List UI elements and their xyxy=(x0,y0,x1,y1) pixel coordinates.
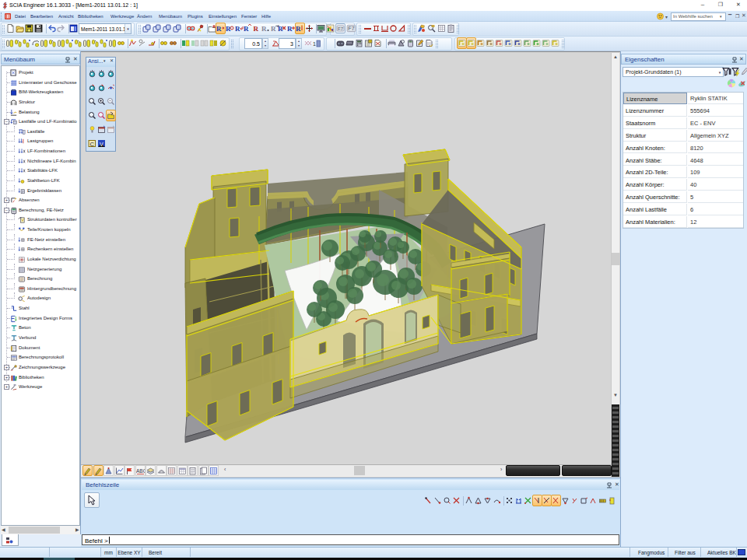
svg-text:R: R xyxy=(254,25,259,33)
svg-text:R: R xyxy=(287,25,293,33)
svg-text:C: C xyxy=(90,141,95,148)
svg-text:R: R xyxy=(216,25,222,33)
svg-text:1: 1 xyxy=(313,41,316,47)
svg-text:ABC: ABC xyxy=(136,468,145,474)
svg-text:R: R xyxy=(278,25,283,33)
svg-text:R: R xyxy=(261,25,267,33)
svg-text:F7: F7 xyxy=(348,26,354,32)
svg-text:F7: F7 xyxy=(338,26,344,31)
svg-text:R: R xyxy=(296,25,301,33)
svg-text:R: R xyxy=(244,25,249,33)
svg-text:V: V xyxy=(100,142,103,147)
svg-text:R: R xyxy=(235,25,240,33)
